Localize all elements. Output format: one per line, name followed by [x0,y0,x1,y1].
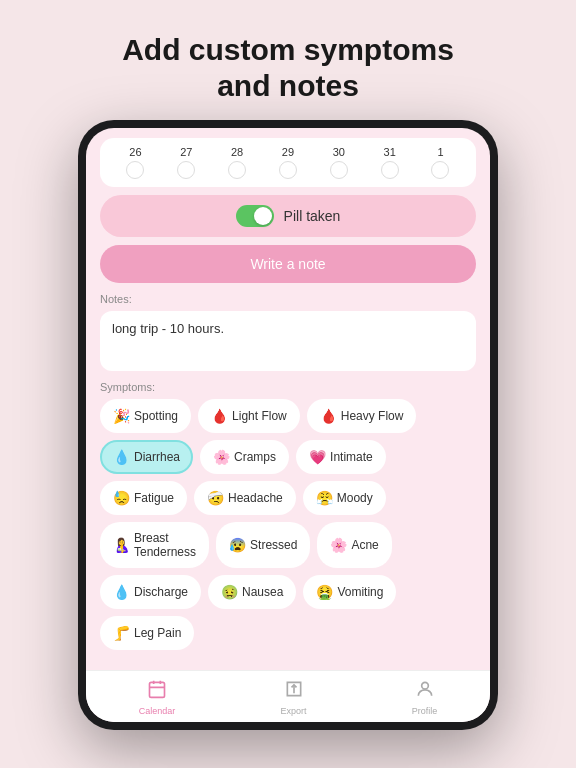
day-circle [228,161,246,179]
symptom-label: Acne [351,538,378,552]
calendar-day[interactable]: 28 [228,146,246,179]
symptom-label: Breast Tenderness [134,531,196,559]
notes-box[interactable]: long trip - 10 hours. [100,311,476,371]
symptom-label: Spotting [134,409,178,423]
symptom-label: Cramps [234,450,276,464]
symptom-emoji: 😓 [113,490,130,506]
symptom-label: Discharge [134,585,188,599]
symptom-chip[interactable]: 🦵Leg Pain [100,616,194,650]
symptom-emoji: 🌸 [213,449,230,465]
symptom-emoji: 🤕 [207,490,224,506]
symptom-chip[interactable]: 🩸Heavy Flow [307,399,417,433]
nav-label-export: Export [281,706,307,716]
day-number: 31 [384,146,396,158]
svg-rect-0 [149,682,164,697]
symptom-chip[interactable]: 🤢Nausea [208,575,296,609]
symptom-emoji: 🩸 [211,408,228,424]
pill-toggle-label: Pill taken [284,208,341,224]
symptom-label: Heavy Flow [341,409,404,423]
symptoms-section-label: Symptoms: [100,381,476,393]
day-number: 30 [333,146,345,158]
symptoms-grid: 🎉Spotting🩸Light Flow🩸Heavy Flow💧Diarrhea… [100,399,476,650]
symptom-chip[interactable]: 🤱Breast Tenderness [100,522,209,568]
nav-label-calendar: Calendar [139,706,176,716]
symptom-label: Moody [337,491,373,505]
symptom-chip[interactable]: 🎉Spotting [100,399,191,433]
day-circle [330,161,348,179]
symptom-chip[interactable]: 😤Moody [303,481,386,515]
day-number: 29 [282,146,294,158]
nav-icon-calendar [147,679,167,704]
write-note-button[interactable]: Write a note [100,245,476,283]
symptom-emoji: 💗 [309,449,326,465]
calendar-strip: 26 27 28 29 30 31 1 [100,138,476,187]
symptom-label: Stressed [250,538,297,552]
symptom-label: Diarrhea [134,450,180,464]
symptom-emoji: 😤 [316,490,333,506]
nav-item-calendar[interactable]: Calendar [139,679,176,716]
scroll-content: Pill taken Write a note Notes: long trip… [86,195,490,670]
bottom-nav: CalendarExportProfile [86,670,490,722]
symptom-label: Intimate [330,450,373,464]
notes-section-label: Notes: [100,293,476,305]
symptom-emoji: 💧 [113,449,130,465]
symptom-chip[interactable]: 🤕Headache [194,481,296,515]
symptom-chip[interactable]: 💧Diarrhea [100,440,193,474]
symptom-chip[interactable]: 💗Intimate [296,440,386,474]
symptom-chip[interactable]: 🌸Cramps [200,440,289,474]
nav-icon-export [284,679,304,704]
day-number: 1 [437,146,443,158]
symptom-emoji: 😰 [229,537,246,553]
symptom-label: Leg Pain [134,626,181,640]
day-circle [177,161,195,179]
nav-icon-profile [415,679,435,704]
symptom-emoji: 🤢 [221,584,238,600]
device-frame: 26 27 28 29 30 31 1 P [78,120,498,730]
symptom-emoji: 🌸 [330,537,347,553]
nav-label-profile: Profile [412,706,438,716]
symptom-label: Light Flow [232,409,287,423]
day-circle [279,161,297,179]
symptom-emoji: 🤮 [316,584,333,600]
pill-toggle-row[interactable]: Pill taken [100,195,476,237]
device-screen: 26 27 28 29 30 31 1 P [86,128,490,722]
symptom-chip[interactable]: 🤮Vomiting [303,575,396,609]
day-number: 26 [129,146,141,158]
symptom-chip[interactable]: 🩸Light Flow [198,399,300,433]
calendar-day[interactable]: 29 [279,146,297,179]
day-circle [126,161,144,179]
page-title: Add custom symptoms and notes [122,32,454,104]
symptom-chip[interactable]: 😓Fatigue [100,481,187,515]
day-number: 27 [180,146,192,158]
day-number: 28 [231,146,243,158]
calendar-day[interactable]: 26 [126,146,144,179]
symptom-label: Fatigue [134,491,174,505]
calendar-day[interactable]: 31 [381,146,399,179]
nav-item-profile[interactable]: Profile [412,679,438,716]
day-circle [381,161,399,179]
calendar-day[interactable]: 27 [177,146,195,179]
svg-point-5 [421,682,428,689]
symptom-emoji: 🩸 [320,408,337,424]
day-circle [431,161,449,179]
symptom-chip[interactable]: 🌸Acne [317,522,391,568]
symptom-label: Headache [228,491,283,505]
nav-item-export[interactable]: Export [281,679,307,716]
symptom-emoji: 🎉 [113,408,130,424]
symptom-label: Vomiting [337,585,383,599]
symptom-label: Nausea [242,585,283,599]
symptom-chip[interactable]: 😰Stressed [216,522,310,568]
calendar-day[interactable]: 30 [330,146,348,179]
symptom-emoji: 🦵 [113,625,130,641]
pill-toggle-switch[interactable] [236,205,274,227]
calendar-day[interactable]: 1 [431,146,449,179]
symptom-emoji: 💧 [113,584,130,600]
symptom-emoji: 🤱 [113,537,130,553]
symptom-chip[interactable]: 💧Discharge [100,575,201,609]
page-header: Add custom symptoms and notes [82,0,494,120]
